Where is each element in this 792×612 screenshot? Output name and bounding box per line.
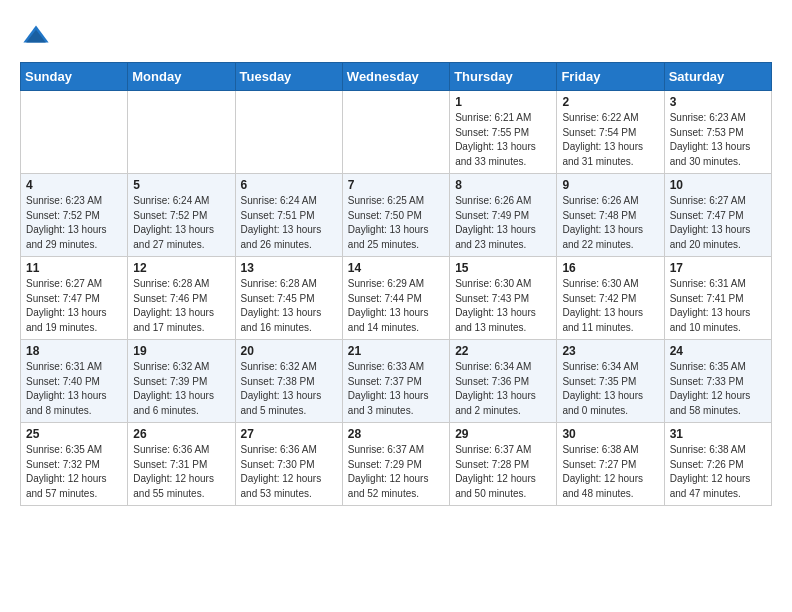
day-info: Sunrise: 6:28 AM Sunset: 7:46 PM Dayligh… xyxy=(133,277,229,335)
day-number: 16 xyxy=(562,261,658,275)
day-number: 14 xyxy=(348,261,444,275)
day-info: Sunrise: 6:31 AM Sunset: 7:40 PM Dayligh… xyxy=(26,360,122,418)
calendar-cell: 2Sunrise: 6:22 AM Sunset: 7:54 PM Daylig… xyxy=(557,91,664,174)
day-info: Sunrise: 6:31 AM Sunset: 7:41 PM Dayligh… xyxy=(670,277,766,335)
calendar-cell xyxy=(128,91,235,174)
logo xyxy=(20,20,50,52)
day-number: 27 xyxy=(241,427,337,441)
day-info: Sunrise: 6:30 AM Sunset: 7:43 PM Dayligh… xyxy=(455,277,551,335)
calendar-cell: 14Sunrise: 6:29 AM Sunset: 7:44 PM Dayli… xyxy=(342,257,449,340)
day-number: 13 xyxy=(241,261,337,275)
calendar-header-row: SundayMondayTuesdayWednesdayThursdayFrid… xyxy=(21,63,772,91)
calendar-cell: 29Sunrise: 6:37 AM Sunset: 7:28 PM Dayli… xyxy=(450,423,557,506)
calendar-cell: 12Sunrise: 6:28 AM Sunset: 7:46 PM Dayli… xyxy=(128,257,235,340)
day-info: Sunrise: 6:35 AM Sunset: 7:33 PM Dayligh… xyxy=(670,360,766,418)
day-number: 21 xyxy=(348,344,444,358)
day-number: 8 xyxy=(455,178,551,192)
calendar-cell: 11Sunrise: 6:27 AM Sunset: 7:47 PM Dayli… xyxy=(21,257,128,340)
day-number: 9 xyxy=(562,178,658,192)
day-info: Sunrise: 6:36 AM Sunset: 7:31 PM Dayligh… xyxy=(133,443,229,501)
calendar-day-header: Wednesday xyxy=(342,63,449,91)
day-info: Sunrise: 6:23 AM Sunset: 7:53 PM Dayligh… xyxy=(670,111,766,169)
day-number: 6 xyxy=(241,178,337,192)
calendar-day-header: Thursday xyxy=(450,63,557,91)
day-info: Sunrise: 6:25 AM Sunset: 7:50 PM Dayligh… xyxy=(348,194,444,252)
day-info: Sunrise: 6:26 AM Sunset: 7:49 PM Dayligh… xyxy=(455,194,551,252)
calendar-cell: 27Sunrise: 6:36 AM Sunset: 7:30 PM Dayli… xyxy=(235,423,342,506)
day-info: Sunrise: 6:26 AM Sunset: 7:48 PM Dayligh… xyxy=(562,194,658,252)
calendar-cell: 13Sunrise: 6:28 AM Sunset: 7:45 PM Dayli… xyxy=(235,257,342,340)
calendar-day-header: Monday xyxy=(128,63,235,91)
calendar-cell: 3Sunrise: 6:23 AM Sunset: 7:53 PM Daylig… xyxy=(664,91,771,174)
day-number: 3 xyxy=(670,95,766,109)
day-info: Sunrise: 6:35 AM Sunset: 7:32 PM Dayligh… xyxy=(26,443,122,501)
calendar-week-row: 1Sunrise: 6:21 AM Sunset: 7:55 PM Daylig… xyxy=(21,91,772,174)
day-number: 24 xyxy=(670,344,766,358)
day-info: Sunrise: 6:32 AM Sunset: 7:39 PM Dayligh… xyxy=(133,360,229,418)
day-number: 29 xyxy=(455,427,551,441)
calendar-week-row: 11Sunrise: 6:27 AM Sunset: 7:47 PM Dayli… xyxy=(21,257,772,340)
calendar-day-header: Tuesday xyxy=(235,63,342,91)
calendar-cell: 8Sunrise: 6:26 AM Sunset: 7:49 PM Daylig… xyxy=(450,174,557,257)
day-info: Sunrise: 6:38 AM Sunset: 7:26 PM Dayligh… xyxy=(670,443,766,501)
day-info: Sunrise: 6:34 AM Sunset: 7:36 PM Dayligh… xyxy=(455,360,551,418)
day-number: 18 xyxy=(26,344,122,358)
day-number: 5 xyxy=(133,178,229,192)
calendar-cell: 4Sunrise: 6:23 AM Sunset: 7:52 PM Daylig… xyxy=(21,174,128,257)
calendar-cell: 5Sunrise: 6:24 AM Sunset: 7:52 PM Daylig… xyxy=(128,174,235,257)
calendar-cell: 17Sunrise: 6:31 AM Sunset: 7:41 PM Dayli… xyxy=(664,257,771,340)
day-info: Sunrise: 6:24 AM Sunset: 7:51 PM Dayligh… xyxy=(241,194,337,252)
header xyxy=(20,16,772,52)
calendar-cell: 31Sunrise: 6:38 AM Sunset: 7:26 PM Dayli… xyxy=(664,423,771,506)
day-info: Sunrise: 6:29 AM Sunset: 7:44 PM Dayligh… xyxy=(348,277,444,335)
day-info: Sunrise: 6:28 AM Sunset: 7:45 PM Dayligh… xyxy=(241,277,337,335)
day-info: Sunrise: 6:22 AM Sunset: 7:54 PM Dayligh… xyxy=(562,111,658,169)
calendar-cell: 7Sunrise: 6:25 AM Sunset: 7:50 PM Daylig… xyxy=(342,174,449,257)
day-number: 31 xyxy=(670,427,766,441)
day-info: Sunrise: 6:32 AM Sunset: 7:38 PM Dayligh… xyxy=(241,360,337,418)
calendar-cell xyxy=(235,91,342,174)
calendar-body: 1Sunrise: 6:21 AM Sunset: 7:55 PM Daylig… xyxy=(21,91,772,506)
day-number: 12 xyxy=(133,261,229,275)
day-info: Sunrise: 6:21 AM Sunset: 7:55 PM Dayligh… xyxy=(455,111,551,169)
day-number: 26 xyxy=(133,427,229,441)
calendar-week-row: 18Sunrise: 6:31 AM Sunset: 7:40 PM Dayli… xyxy=(21,340,772,423)
day-info: Sunrise: 6:23 AM Sunset: 7:52 PM Dayligh… xyxy=(26,194,122,252)
day-number: 17 xyxy=(670,261,766,275)
calendar-cell: 1Sunrise: 6:21 AM Sunset: 7:55 PM Daylig… xyxy=(450,91,557,174)
calendar-cell: 19Sunrise: 6:32 AM Sunset: 7:39 PM Dayli… xyxy=(128,340,235,423)
calendar-cell: 22Sunrise: 6:34 AM Sunset: 7:36 PM Dayli… xyxy=(450,340,557,423)
calendar-day-header: Saturday xyxy=(664,63,771,91)
day-number: 23 xyxy=(562,344,658,358)
day-number: 19 xyxy=(133,344,229,358)
day-info: Sunrise: 6:24 AM Sunset: 7:52 PM Dayligh… xyxy=(133,194,229,252)
calendar-week-row: 4Sunrise: 6:23 AM Sunset: 7:52 PM Daylig… xyxy=(21,174,772,257)
calendar-week-row: 25Sunrise: 6:35 AM Sunset: 7:32 PM Dayli… xyxy=(21,423,772,506)
calendar-cell xyxy=(342,91,449,174)
calendar-day-header: Friday xyxy=(557,63,664,91)
calendar-cell: 16Sunrise: 6:30 AM Sunset: 7:42 PM Dayli… xyxy=(557,257,664,340)
day-number: 28 xyxy=(348,427,444,441)
logo-icon xyxy=(22,20,50,48)
day-number: 10 xyxy=(670,178,766,192)
day-info: Sunrise: 6:30 AM Sunset: 7:42 PM Dayligh… xyxy=(562,277,658,335)
calendar-cell xyxy=(21,91,128,174)
day-number: 4 xyxy=(26,178,122,192)
calendar-cell: 24Sunrise: 6:35 AM Sunset: 7:33 PM Dayli… xyxy=(664,340,771,423)
day-number: 30 xyxy=(562,427,658,441)
day-number: 25 xyxy=(26,427,122,441)
day-info: Sunrise: 6:34 AM Sunset: 7:35 PM Dayligh… xyxy=(562,360,658,418)
day-info: Sunrise: 6:36 AM Sunset: 7:30 PM Dayligh… xyxy=(241,443,337,501)
calendar-cell: 15Sunrise: 6:30 AM Sunset: 7:43 PM Dayli… xyxy=(450,257,557,340)
day-info: Sunrise: 6:37 AM Sunset: 7:29 PM Dayligh… xyxy=(348,443,444,501)
day-info: Sunrise: 6:27 AM Sunset: 7:47 PM Dayligh… xyxy=(670,194,766,252)
calendar-cell: 10Sunrise: 6:27 AM Sunset: 7:47 PM Dayli… xyxy=(664,174,771,257)
calendar-cell: 25Sunrise: 6:35 AM Sunset: 7:32 PM Dayli… xyxy=(21,423,128,506)
calendar-cell: 26Sunrise: 6:36 AM Sunset: 7:31 PM Dayli… xyxy=(128,423,235,506)
day-number: 15 xyxy=(455,261,551,275)
calendar-cell: 28Sunrise: 6:37 AM Sunset: 7:29 PM Dayli… xyxy=(342,423,449,506)
day-number: 1 xyxy=(455,95,551,109)
day-info: Sunrise: 6:38 AM Sunset: 7:27 PM Dayligh… xyxy=(562,443,658,501)
day-info: Sunrise: 6:37 AM Sunset: 7:28 PM Dayligh… xyxy=(455,443,551,501)
day-number: 2 xyxy=(562,95,658,109)
